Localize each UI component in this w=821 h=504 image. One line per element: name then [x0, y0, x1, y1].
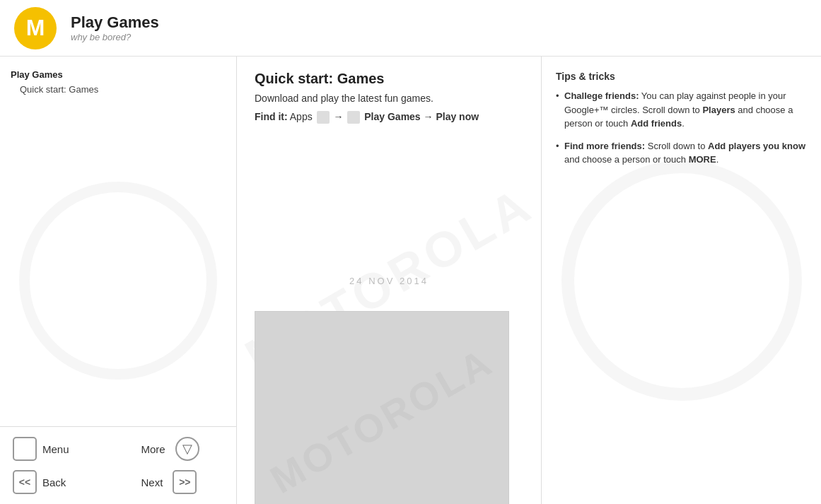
- tip-1-add-friends: Add friends: [631, 118, 682, 129]
- play-games-text: Play Games → Play now: [364, 111, 479, 122]
- screenshot-watermark: MOTOROLA: [263, 339, 501, 502]
- section-description: Download and play the latest fun games.: [255, 93, 523, 104]
- next-icon: >>: [173, 470, 197, 494]
- menu-label: Menu: [42, 443, 69, 455]
- section-title: Quick start: Games: [255, 71, 523, 87]
- tip-1-label: Challege friends:: [564, 90, 639, 101]
- tip-1-players: Players: [702, 105, 735, 115]
- tip-2-more: MORE: [689, 154, 716, 165]
- back-button[interactable]: << Back: [7, 467, 117, 497]
- tip-item-1: Challege friends: You can play against p…: [556, 89, 807, 131]
- screenshot-image: MOTOROLA: [255, 311, 509, 504]
- sidebar: Play Games Quick start: Games Menu More …: [0, 57, 237, 504]
- center-panel: MOTOROLA Quick start: Games Download and…: [237, 57, 542, 504]
- find-it-apps: Apps: [290, 111, 315, 122]
- app-subtitle: why be bored?: [71, 32, 159, 42]
- back-label: Back: [42, 476, 66, 488]
- find-it-text: Find it: Apps → Play Games → Play now: [255, 111, 523, 124]
- tips-title: Tips & tricks: [556, 71, 807, 82]
- sidebar-item-quick-start[interactable]: Quick start: Games: [7, 82, 229, 97]
- sidebar-item-play-games[interactable]: Play Games: [7, 67, 229, 82]
- logo-letter: M: [26, 15, 45, 41]
- sidebar-navigation: Play Games Quick start: Games: [0, 57, 236, 426]
- app-title: Play Games: [71, 13, 159, 32]
- menu-grid-icon: [13, 437, 37, 461]
- play-games-icon-inline: [347, 111, 360, 124]
- more-circle-icon: ▽: [175, 437, 199, 461]
- menu-button[interactable]: Menu: [7, 434, 117, 464]
- find-it-label: Find it:: [255, 111, 288, 122]
- motorola-logo: M: [14, 7, 57, 49]
- more-button[interactable]: More ▽: [120, 434, 230, 464]
- right-content: Tips & tricks Challege friends: You can …: [542, 57, 821, 189]
- right-watermark-circle: [561, 160, 802, 401]
- center-content: Quick start: Games Download and play the…: [237, 57, 541, 148]
- app-header: M Play Games why be bored?: [0, 0, 821, 57]
- tip-2-label: Find more friends:: [564, 141, 645, 151]
- next-button[interactable]: Next >>: [120, 467, 230, 497]
- more-label: More: [141, 443, 165, 455]
- next-label: Next: [141, 476, 163, 488]
- tip-item-2: Find more friends: Scroll down to Add pl…: [556, 139, 807, 167]
- apps-icon-inline: [317, 111, 330, 124]
- tip-2-add-players: Add players you know: [708, 141, 805, 151]
- tips-list: Challege friends: You can play against p…: [556, 89, 807, 167]
- arrow1: →: [333, 111, 346, 122]
- header-text-block: Play Games why be bored?: [71, 13, 159, 42]
- sidebar-bottom-nav: Menu More ▽ << Back Next >>: [0, 426, 236, 504]
- main-layout: Play Games Quick start: Games Menu More …: [0, 57, 821, 504]
- back-icon: <<: [13, 470, 37, 494]
- date-stamp: 24 NOV 2014: [349, 276, 429, 286]
- right-panel: Tips & tricks Challege friends: You can …: [542, 57, 821, 504]
